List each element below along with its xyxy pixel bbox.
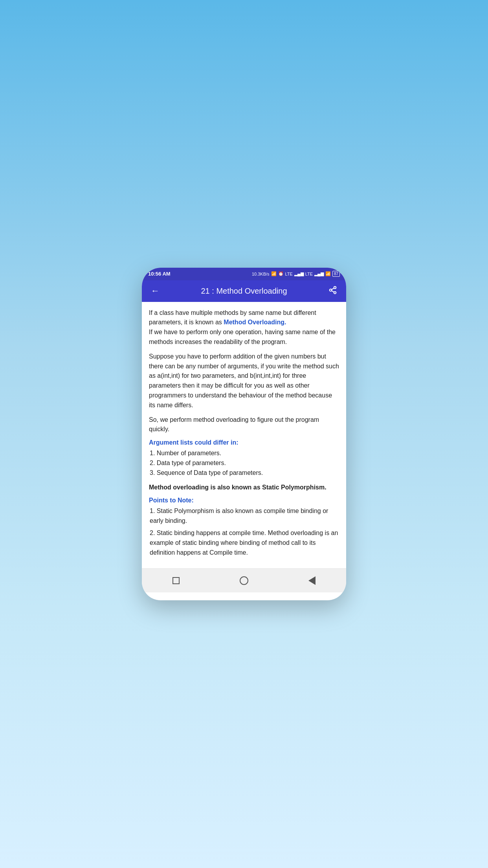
- battery-indicator: 87: [332, 271, 340, 277]
- section-1-heading: Argument lists could differ in:: [149, 439, 339, 446]
- section-2-heading: Points to Note:: [149, 497, 339, 504]
- content-area: If a class have multiple methods by same…: [142, 302, 346, 569]
- wifi-icon: 📶: [325, 271, 331, 276]
- alarm-icon: ⏰: [278, 271, 284, 276]
- phone-bottom: [142, 592, 346, 600]
- bluetooth-icon: 📶: [271, 271, 277, 276]
- list-item-3: 3. Sequence of Data type of parameters.: [150, 468, 339, 478]
- back-nav-button[interactable]: [304, 574, 320, 588]
- nav-bar: [142, 568, 346, 592]
- points-item-2: 2. Static binding happens at compile tim…: [150, 528, 339, 557]
- square-icon: [172, 577, 180, 584]
- status-bar: 10:56 AM 10.3KB/s 📶 ⏰ LTE ▂▄▆ LTE ▂▄▆ 📶 …: [142, 268, 346, 280]
- app-header: ← 21 : Method Overloading: [142, 280, 346, 302]
- section-1: Argument lists could differ in: 1. Numbe…: [149, 439, 339, 478]
- paragraph-1-highlight: Method Overloading.: [224, 319, 286, 326]
- triangle-icon: [308, 576, 316, 585]
- page-title: 21 : Method Overloading: [162, 287, 326, 296]
- status-right: 10.3KB/s 📶 ⏰ LTE ▂▄▆ LTE ▂▄▆ 📶 87: [252, 271, 340, 277]
- phone-frame: 10:56 AM 10.3KB/s 📶 ⏰ LTE ▂▄▆ LTE ▂▄▆ 📶 …: [142, 268, 346, 601]
- home-button[interactable]: [236, 574, 252, 588]
- list-item-1: 1. Number of parameters.: [150, 449, 339, 458]
- paragraph-1-end: If we have to perform only one operation…: [149, 329, 336, 345]
- network-speed: 10.3KB/s: [252, 272, 270, 276]
- paragraph-1: If a class have multiple methods by same…: [149, 308, 339, 347]
- bold-statement: Method overloading is also known as Stat…: [149, 483, 339, 493]
- svg-line-4: [332, 288, 334, 290]
- recent-apps-button[interactable]: [168, 574, 184, 588]
- signal-bars-2: ▂▄▆: [314, 271, 324, 276]
- share-button[interactable]: [326, 286, 340, 296]
- back-button[interactable]: ←: [148, 286, 162, 296]
- points-item-1: 1. Static Polymorphism is also known as …: [150, 506, 339, 526]
- lte-icon-2: LTE: [305, 272, 313, 276]
- svg-line-3: [332, 291, 334, 292]
- signal-bars-1: ▂▄▆: [294, 271, 304, 276]
- status-time: 10:56 AM: [148, 271, 171, 277]
- paragraph-2: Suppose you have to perform addition of …: [149, 352, 339, 410]
- list-item-2: 2. Data type of parameters.: [150, 458, 339, 468]
- section-2: Points to Note: 1. Static Polymorphism i…: [149, 497, 339, 557]
- lte-icon: LTE: [285, 272, 293, 276]
- paragraph-3: So, we perform method overloading to fig…: [149, 415, 339, 435]
- circle-icon: [240, 576, 248, 585]
